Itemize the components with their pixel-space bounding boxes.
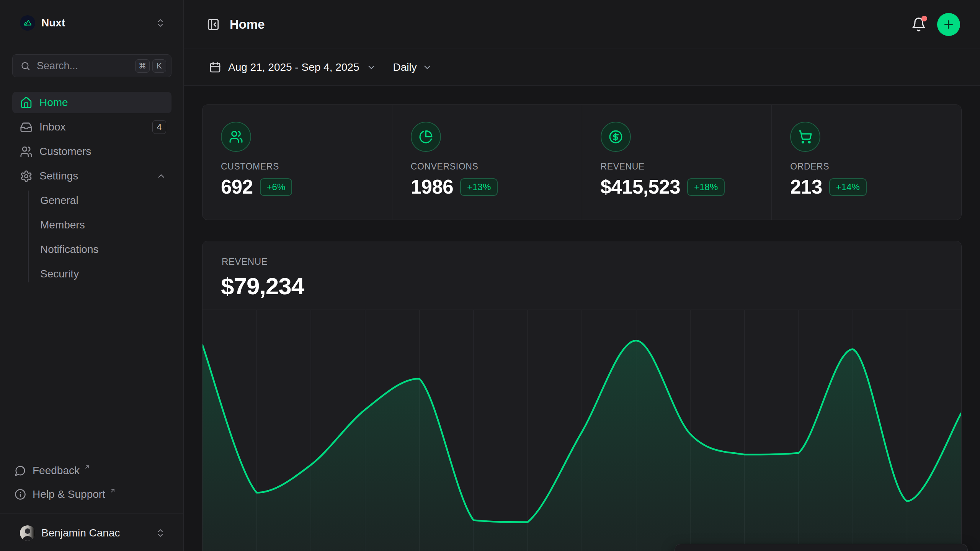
sidebar-toggle-button[interactable] bbox=[207, 18, 220, 31]
add-button[interactable] bbox=[937, 13, 960, 36]
date-range-value: Aug 21, 2025 - Sep 4, 2025 bbox=[228, 61, 359, 73]
kbd-cmd: ⌘ bbox=[135, 59, 150, 73]
help-support-link[interactable]: Help & Support bbox=[12, 485, 172, 504]
revenue-chart bbox=[203, 310, 961, 551]
external-link-icon bbox=[109, 487, 116, 494]
sidebar-item-inbox[interactable]: Inbox 4 bbox=[12, 116, 172, 138]
help-support-label: Help & Support bbox=[33, 488, 105, 500]
cookie-banner: We use first-party cookies to enhance yo… bbox=[675, 544, 968, 551]
sidebar-item-members[interactable]: Members bbox=[12, 213, 172, 237]
sidebar-item-settings[interactable]: Settings bbox=[12, 165, 172, 187]
inbox-icon bbox=[20, 121, 33, 134]
chevrons-up-down-icon bbox=[155, 18, 165, 28]
chevron-down-icon bbox=[366, 62, 376, 72]
chevrons-up-down-icon bbox=[155, 528, 165, 538]
sidebar-item-label: Customers bbox=[39, 145, 91, 158]
settings-subnav: General Members Notifications Security bbox=[12, 188, 172, 286]
sidebar-footer-links: Feedback Help & Support bbox=[12, 461, 172, 509]
stat-value: 1986 bbox=[411, 176, 453, 198]
stat-label: CUSTOMERS bbox=[221, 161, 374, 172]
feedback-link[interactable]: Feedback bbox=[12, 461, 172, 480]
nuxt-logo-icon bbox=[20, 15, 35, 31]
sidebar-item-home[interactable]: Home bbox=[12, 92, 172, 113]
stat-label: CONVERSIONS bbox=[411, 161, 564, 172]
stat-delta-badge: +13% bbox=[460, 178, 498, 196]
stat-card-conversions: CONVERSIONS 1986 +13% bbox=[392, 105, 582, 220]
stat-delta-badge: +18% bbox=[687, 178, 725, 196]
sidebar-item-customers[interactable]: Customers bbox=[12, 141, 172, 162]
sidebar-nav: Home Inbox 4 Customers Settings bbox=[12, 92, 172, 190]
plus-icon bbox=[942, 18, 955, 31]
user-name: Benjamin Canac bbox=[41, 527, 120, 539]
panel-collapse-icon bbox=[207, 18, 220, 31]
sidebar-item-label: Settings bbox=[39, 170, 78, 182]
stat-delta-badge: +6% bbox=[260, 178, 292, 196]
revenue-panel: REVENUE $79,234 bbox=[202, 241, 962, 551]
sidebar-item-label: Inbox bbox=[39, 121, 66, 133]
stat-delta-badge: +14% bbox=[829, 178, 867, 196]
stat-value: 692 bbox=[221, 176, 253, 198]
granularity-value: Daily bbox=[393, 61, 417, 73]
external-link-icon bbox=[84, 464, 90, 470]
user-avatar bbox=[20, 525, 35, 541]
kbd-k: K bbox=[152, 59, 166, 73]
stat-label: ORDERS bbox=[790, 161, 943, 172]
stat-card-revenue: REVENUE $415,523 +18% bbox=[582, 105, 772, 220]
sidebar-item-label: Home bbox=[39, 96, 68, 109]
sidebar-item-notifications[interactable]: Notifications bbox=[12, 237, 172, 262]
users-icon bbox=[20, 145, 33, 158]
stat-card-orders: ORDERS 213 +14% bbox=[771, 105, 961, 220]
chevron-up-icon bbox=[156, 171, 166, 181]
stats-cards: CUSTOMERS 692 +6% CONVERSIONS 1986 +13% bbox=[202, 104, 962, 220]
sidebar-item-security[interactable]: Security bbox=[12, 262, 172, 286]
search-placeholder: Search... bbox=[37, 60, 78, 72]
stat-card-customers: CUSTOMERS 692 +6% bbox=[203, 105, 392, 220]
stat-value: $415,523 bbox=[601, 176, 681, 198]
search-icon bbox=[20, 61, 31, 71]
workspace-name: Nuxt bbox=[41, 17, 65, 29]
chevron-down-icon bbox=[422, 62, 432, 72]
gear-icon bbox=[20, 170, 33, 183]
inbox-count-badge: 4 bbox=[152, 120, 166, 134]
feedback-label: Feedback bbox=[33, 465, 80, 477]
user-menu[interactable]: Benjamin Canac bbox=[12, 521, 172, 545]
revenue-total: $79,234 bbox=[221, 272, 304, 300]
users-icon bbox=[221, 122, 251, 152]
granularity-select[interactable]: Daily bbox=[393, 61, 432, 73]
revenue-chart-area bbox=[203, 310, 961, 551]
search-input[interactable]: Search... ⌘ K bbox=[12, 54, 172, 77]
dollar-circle-icon bbox=[601, 122, 631, 152]
page-title: Home bbox=[230, 17, 265, 32]
home-icon bbox=[20, 96, 33, 109]
notifications-button[interactable] bbox=[911, 17, 926, 32]
filters-toolbar: Aug 21, 2025 - Sep 4, 2025 Daily bbox=[184, 49, 980, 86]
info-icon bbox=[15, 489, 26, 500]
shopping-cart-icon bbox=[790, 122, 820, 152]
workspace-switcher[interactable]: Nuxt bbox=[12, 11, 172, 35]
calendar-icon bbox=[209, 61, 221, 73]
search-shortcut: ⌘ K bbox=[135, 59, 166, 73]
stat-value: 213 bbox=[790, 176, 822, 198]
page-header: Home bbox=[184, 0, 980, 49]
dashboard-content: CUSTOMERS 692 +6% CONVERSIONS 1986 +13% bbox=[184, 86, 980, 551]
dashboard-app: Nuxt Search... ⌘ K Home bbox=[0, 0, 980, 551]
sidebar: Nuxt Search... ⌘ K Home bbox=[0, 0, 184, 551]
header-actions bbox=[911, 13, 960, 36]
sidebar-divider bbox=[0, 514, 183, 514]
revenue-label: REVENUE bbox=[222, 256, 268, 267]
stat-label: REVENUE bbox=[601, 161, 753, 172]
chat-bubble-icon bbox=[15, 465, 26, 476]
main-area: Home Aug 21, 2 bbox=[184, 0, 980, 551]
unread-notification-dot bbox=[921, 16, 927, 21]
sidebar-item-general[interactable]: General bbox=[12, 188, 172, 213]
date-range-picker[interactable]: Aug 21, 2025 - Sep 4, 2025 bbox=[209, 61, 376, 73]
pie-chart-icon bbox=[411, 122, 441, 152]
